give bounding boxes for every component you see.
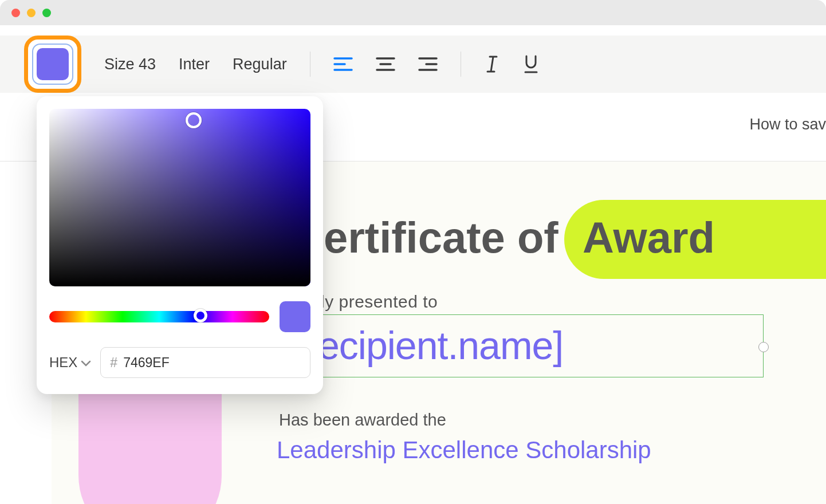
toolbar-divider (310, 52, 310, 77)
font-size-control[interactable]: Size 43 (104, 56, 156, 73)
certificate-title-left: ertificate of (324, 216, 558, 259)
color-picker-panel: HEX # (37, 96, 323, 394)
saturation-thumb[interactable] (186, 112, 202, 128)
align-right-icon[interactable] (418, 56, 438, 72)
minimize-window-button[interactable] (27, 9, 36, 17)
font-family-control[interactable]: Inter (179, 56, 210, 73)
color-format-label: HEX (49, 355, 77, 371)
chevron-down-icon (81, 355, 91, 371)
selection-resize-handle[interactable] (758, 342, 769, 352)
saturation-brightness-field[interactable] (49, 109, 310, 286)
hue-thumb[interactable] (194, 309, 207, 322)
maximize-window-button[interactable] (42, 9, 51, 17)
underline-icon[interactable] (523, 55, 539, 73)
font-weight-control[interactable]: Regular (233, 56, 287, 73)
help-link[interactable]: How to sav (749, 116, 826, 133)
spacer (0, 25, 826, 36)
window-titlebar (0, 0, 826, 25)
italic-icon[interactable] (484, 56, 500, 73)
color-preview-swatch (280, 301, 310, 332)
hex-value-input[interactable] (123, 355, 301, 371)
toolbar-divider (461, 52, 461, 77)
certificate-title-award: Award (583, 216, 715, 259)
presented-to-label: ly presented to (321, 292, 438, 312)
hash-symbol: # (110, 355, 117, 371)
color-format-dropdown[interactable]: HEX (49, 355, 91, 371)
awarded-the-label: Has been awarded the (279, 411, 446, 430)
recipient-name-token[interactable]: ecipient.name] (318, 323, 563, 368)
hue-slider[interactable] (49, 311, 269, 322)
scholarship-name: Leadership Excellence Scholarship (277, 436, 651, 464)
text-toolbar: Size 43 Inter Regular (0, 36, 826, 93)
color-swatch-fill (37, 48, 69, 80)
align-left-icon[interactable] (333, 56, 353, 72)
hex-input-wrapper[interactable]: # (100, 347, 310, 378)
color-swatch-button[interactable] (24, 36, 81, 93)
align-center-icon[interactable] (376, 56, 395, 72)
close-window-button[interactable] (11, 9, 20, 17)
